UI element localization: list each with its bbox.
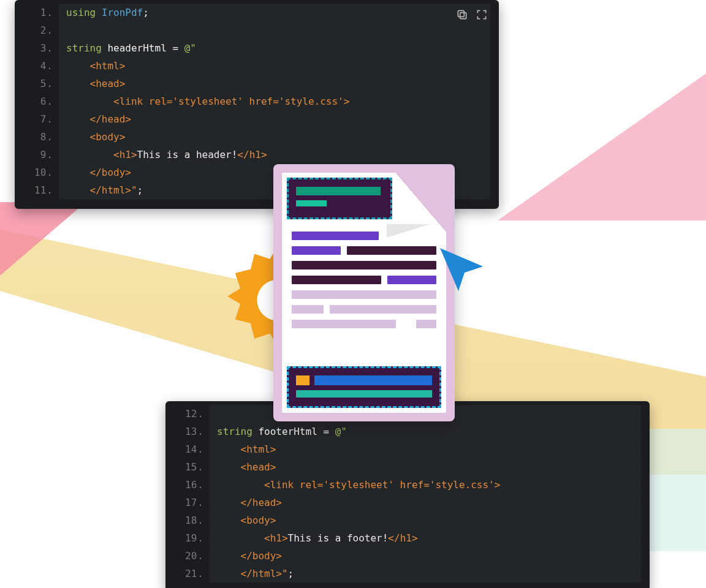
code-content: </head>: [210, 494, 641, 511]
bg-pink-shape: [498, 74, 706, 221]
line-number: 20: [165, 547, 210, 565]
line-number: 16: [165, 476, 210, 494]
doc-header-selection: [287, 178, 392, 219]
line-number: 6: [15, 92, 59, 110]
line-number: 2: [15, 21, 59, 39]
code-content: </body>: [210, 547, 641, 565]
line-number: 10: [15, 164, 59, 181]
code-line: 7 </head>: [15, 110, 499, 128]
code-content: <body>: [210, 511, 641, 529]
code-block-footer: 1213string footerHtml = @"14 <html>15 <h…: [165, 401, 650, 588]
code-line: 21 </html>";: [165, 565, 650, 582]
cursor-icon: [428, 239, 495, 303]
code-line: 18 <body>: [165, 511, 650, 529]
code-line: 5 <head>: [15, 75, 499, 92]
line-number: 13: [165, 423, 210, 440]
code-content: <h1>This is a footer!</h1>: [210, 529, 641, 547]
line-number: 4: [15, 57, 59, 75]
expand-icon[interactable]: [476, 9, 488, 21]
copy-icon[interactable]: [456, 9, 468, 21]
code-content: <head>: [210, 458, 641, 476]
line-number: 7: [15, 110, 59, 128]
line-number: 5: [15, 75, 59, 92]
code-line: 9 <h1>This is a header!</h1>: [15, 146, 499, 164]
code-line: 17 </head>: [165, 494, 650, 511]
line-number: 9: [15, 146, 59, 164]
code-line: 15 <head>: [165, 458, 650, 476]
code-content: string footerHtml = @": [210, 423, 641, 440]
code-line: 20 </body>: [165, 547, 650, 565]
code-line: 19 <h1>This is a footer!</h1>: [165, 529, 650, 547]
code-line: 4 <html>: [15, 57, 499, 75]
doc-body-lines: [292, 232, 436, 334]
code-content: <link rel='stylesheet' href='style.css'>: [59, 92, 490, 110]
line-number: 8: [15, 128, 59, 146]
code-line: 16 <link rel='stylesheet' href='style.cs…: [165, 476, 650, 494]
line-number: 17: [165, 494, 210, 511]
code-content: </html>";: [210, 565, 641, 582]
code-content: <head>: [59, 75, 490, 92]
line-number: 19: [165, 529, 210, 547]
code-content: <h1>This is a header!</h1>: [59, 146, 490, 164]
code-line: 2: [15, 21, 499, 39]
code-content: </head>: [59, 110, 490, 128]
line-number: 1: [15, 4, 59, 21]
line-number: 15: [165, 458, 210, 476]
code-line: 1using IronPdf;: [15, 4, 499, 21]
code-content: string headerHtml = @": [59, 39, 490, 57]
svg-rect-1: [460, 13, 466, 19]
line-number: 11: [15, 181, 59, 199]
code-line: 8 <body>: [15, 128, 499, 146]
line-number: 12: [165, 405, 210, 423]
line-number: 3: [15, 39, 59, 57]
line-number: 21: [165, 565, 210, 582]
doc-footer-selection: [287, 366, 441, 408]
code-lines-footer: 1213string footerHtml = @"14 <html>15 <h…: [165, 401, 650, 588]
bg-pink-shape-left: [0, 202, 86, 276]
code-content: [59, 21, 490, 39]
line-number: 14: [165, 440, 210, 458]
line-number: 18: [165, 511, 210, 529]
code-content: using IronPdf;: [59, 4, 490, 21]
code-line: 6 <link rel='stylesheet' href='style.css…: [15, 92, 499, 110]
code-content: <body>: [59, 128, 490, 146]
code-line: 14 <html>: [165, 440, 650, 458]
code-line: 3string headerHtml = @": [15, 39, 499, 57]
svg-rect-2: [458, 10, 464, 17]
code-content: <html>: [59, 57, 490, 75]
code-content: <html>: [210, 440, 641, 458]
code-line: 13string footerHtml = @": [165, 423, 650, 440]
svg-marker-3: [440, 248, 483, 291]
code-content: <link rel='stylesheet' href='style.css'>: [210, 476, 641, 494]
